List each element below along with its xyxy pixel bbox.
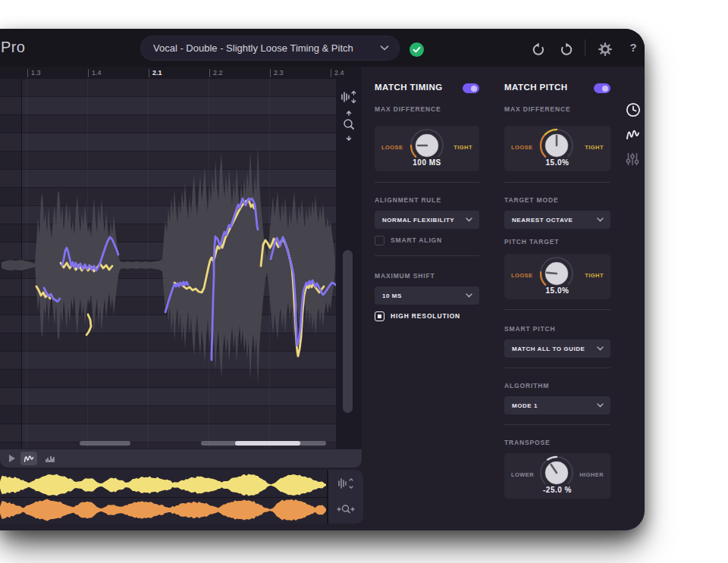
pitch-view-button[interactable] <box>20 452 37 465</box>
field-label: ALGORITHM <box>504 382 549 389</box>
knob-value: 100 MS <box>375 158 479 167</box>
target-mode-dropdown[interactable]: NEAREST OCTAVE <box>504 211 610 229</box>
section-divider <box>504 368 610 368</box>
section-title: MATCH TIMING <box>375 83 443 92</box>
dropdown-value: NEAREST OCTAVE <box>512 217 597 224</box>
v-scrollbar-thumb[interactable] <box>343 250 353 413</box>
top-toolbar: Pro Vocal - Double - Slightly Loose Timi… <box>0 29 645 67</box>
field-label: MAX DIFFERENCE <box>375 105 441 113</box>
field-label: MAXIMUM SHIFT <box>375 272 435 280</box>
timeline-label: 2.4 <box>334 69 344 77</box>
tab-pitch-view[interactable] <box>625 127 642 143</box>
audio-tracks-panel[interactable] <box>0 470 362 524</box>
timeline-label: 2.2 <box>213 69 223 77</box>
smart-pitch-dropdown[interactable]: MATCH ALL TO GUIDE <box>504 339 610 358</box>
checkbox-label: SMART ALIGN <box>391 236 442 244</box>
match-pitch-section: MATCH PITCH MAX DIFFERENCE LOOSE TIGHT 1… <box>504 67 610 530</box>
faders-icon <box>625 152 640 167</box>
timeline-tick <box>270 69 271 77</box>
chevron-down-icon <box>466 217 472 222</box>
chevron-down-icon <box>466 293 472 298</box>
high-resolution-checkbox-row[interactable]: HIGH RESOLUTION <box>375 311 460 321</box>
tab-timing-view[interactable] <box>625 102 642 118</box>
section-divider <box>504 309 610 310</box>
status-check-icon <box>410 42 424 57</box>
timeline-label: 1.4 <box>92 69 102 77</box>
section-title: MATCH PITCH <box>504 83 567 92</box>
pitch-max-difference-knob-card[interactable]: LOOSE TIGHT 15.0% <box>504 126 610 171</box>
high-resolution-checkbox[interactable] <box>375 311 384 321</box>
pitch-wave-icon <box>24 454 34 463</box>
chevron-down-icon <box>597 403 604 408</box>
editor-side-strip <box>336 79 362 449</box>
knob-max-label: TIGHT <box>585 144 604 151</box>
timeline-tick <box>331 69 331 77</box>
knob-value: 15.0% <box>504 158 610 167</box>
knob-min-label: LOWER <box>511 471 534 478</box>
timeline-tick <box>27 69 28 77</box>
timeline-ruler[interactable]: 1.3 1.4 2.1 2.2 2.3 2.4 <box>0 67 362 79</box>
h-scrollbar-thumb[interactable] <box>235 441 300 446</box>
dropdown-value: NORMAL FLEXIBILITY <box>382 217 466 224</box>
knob-max-label: HIGHER <box>579 471 604 478</box>
dropdown-value: MODE 1 <box>512 402 597 409</box>
chevron-down-icon <box>380 45 389 51</box>
algorithm-dropdown[interactable]: MODE 1 <box>504 396 610 414</box>
chevron-down-icon <box>597 346 604 351</box>
toggle-knob <box>602 86 608 92</box>
field-label: TRANSPOSE <box>504 439 551 446</box>
timeline-tick <box>88 69 89 77</box>
undo-button[interactable] <box>529 40 548 58</box>
track-divider <box>0 497 327 498</box>
track-tools-zone <box>327 470 363 524</box>
field-label: SMART PITCH <box>504 325 555 333</box>
match-timing-toggle[interactable] <box>463 83 479 93</box>
redo-button[interactable] <box>557 40 576 58</box>
knob-min-label: LOOSE <box>381 144 403 151</box>
pitch-curves <box>0 79 362 449</box>
pitch-wave-icon <box>625 127 642 143</box>
toolbar-divider <box>585 39 585 56</box>
knob-max-label: TIGHT <box>585 272 604 279</box>
maximum-shift-dropdown[interactable]: 10 MS <box>375 286 479 305</box>
knob-min-label: LOOSE <box>511 144 533 151</box>
h-scrollbar-segment[interactable] <box>80 441 130 446</box>
app-title: Pro <box>1 39 25 56</box>
match-timing-section: MATCH TIMING MAX DIFFERENCE LOOSE TIGHT … <box>375 67 479 530</box>
timeline-label: 1.3 <box>31 69 41 77</box>
match-pitch-toggle[interactable] <box>594 83 610 93</box>
chevron-down-icon <box>597 217 604 222</box>
pitch-editor-canvas[interactable] <box>0 79 362 449</box>
plugin-window: Pro Vocal - Double - Slightly Loose Timi… <box>0 29 645 530</box>
help-button[interactable]: ? <box>624 41 642 58</box>
smart-align-checkbox[interactable] <box>375 236 384 246</box>
settings-gear-icon[interactable] <box>596 40 614 58</box>
dropdown-value: MATCH ALL TO GUIDE <box>512 346 597 352</box>
dropdown-value: 10 MS <box>382 292 466 299</box>
clock-icon <box>625 102 642 118</box>
max-difference-knob-card[interactable]: LOOSE TIGHT 100 MS <box>375 126 479 171</box>
transpose-knob-card[interactable]: LOWER HIGHER -25.0 % <box>504 453 610 499</box>
section-divider <box>504 182 610 183</box>
knob-value: 15.0% <box>504 286 610 295</box>
tab-settings-view[interactable] <box>625 152 642 168</box>
level-view-button[interactable] <box>42 452 58 465</box>
knob-value: -25.0 % <box>504 486 610 494</box>
timeline-label: 2.3 <box>274 69 284 77</box>
pitch-target-knob-card[interactable]: LOOSE TIGHT 15.0% <box>504 254 610 299</box>
timeline-label-active: 2.1 <box>152 69 162 77</box>
field-label: TARGET MODE <box>504 196 559 204</box>
knob-min-label: LOOSE <box>511 272 533 279</box>
preset-select[interactable]: Vocal - Double - Slightly Loose Timing &… <box>140 36 400 61</box>
checkbox-label: HIGH RESOLUTION <box>391 312 460 320</box>
toggle-knob <box>471 86 477 92</box>
timeline-tick <box>209 69 210 77</box>
play-icon[interactable] <box>9 455 15 462</box>
section-divider <box>375 182 479 183</box>
section-divider <box>375 255 479 256</box>
editor-view-toolbar <box>0 449 362 468</box>
alignment-rule-dropdown[interactable]: NORMAL FLEXIBILITY <box>375 211 479 229</box>
field-label: ALIGNMENT RULE <box>375 196 441 204</box>
smart-align-checkbox-row[interactable]: SMART ALIGN <box>375 235 442 246</box>
level-bars-icon <box>45 455 55 463</box>
